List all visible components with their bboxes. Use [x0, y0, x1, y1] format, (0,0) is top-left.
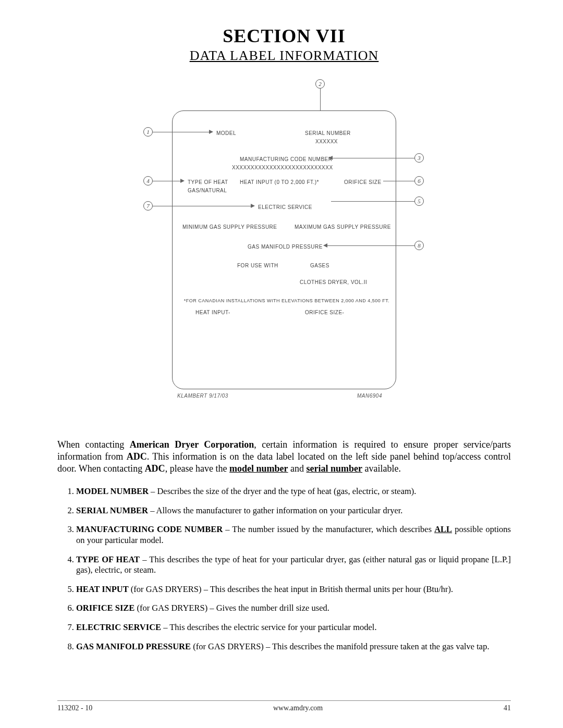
list-item: MODEL NUMBER – Describes the size of the…: [76, 486, 511, 497]
p-text: and: [288, 463, 307, 474]
callout-8: 8: [414, 241, 424, 250]
leader-7: [153, 206, 252, 206]
leader-5: [331, 201, 414, 202]
term: SERIAL NUMBER: [76, 505, 148, 515]
p-text: When contacting: [57, 439, 130, 450]
list-item: ORIFICE SIZE (for GAS DRYERS) – Gives th…: [76, 603, 511, 614]
list-item: HEAT INPUT (for GAS DRYERS) – This descr…: [76, 584, 511, 595]
page-footer: 113202 - 10 www.amdry.com 41: [57, 700, 511, 712]
label-mfg: MANUFACTURING CODE NUMBER: [240, 156, 333, 162]
desc: – This describes the manifold pressure t…: [264, 641, 489, 651]
leader-1: [153, 132, 210, 132]
label-mfg-x: XXXXXXXXXXXXXXXXXXXXXXXXXXX: [232, 165, 333, 170]
footer-right: 41: [504, 704, 511, 712]
desc: – Allows the manufacturer to gather info…: [148, 505, 402, 515]
desc: – The number issued by the manufacturer,…: [223, 524, 434, 534]
term: MANUFACTURING CODE NUMBER: [76, 524, 223, 534]
definitions-list: MODEL NUMBER – Describes the size of the…: [57, 486, 511, 652]
data-plate: [172, 110, 396, 389]
label-type-of-heat: TYPE OF HEAT: [188, 179, 228, 185]
qual: (for GAS DRYERS): [129, 584, 202, 594]
callout-6: 6: [414, 176, 424, 186]
term: TYPE OF HEAT: [76, 554, 140, 564]
qual: (for GAS DRYERS): [134, 603, 207, 613]
term: ELECTRIC SERVICE: [76, 622, 161, 632]
label-heat-input-2: HEAT INPUT-: [195, 310, 230, 315]
arrow-right-icon: [209, 130, 213, 134]
section-subtitle: DATA LABEL INFORMATION: [57, 48, 511, 64]
leader-3: [332, 158, 414, 158]
intro-paragraph: When contacting American Dryer Corporati…: [57, 439, 511, 475]
label-orifice-2: ORIFICE SIZE-: [305, 310, 344, 315]
p-text: , please have the: [165, 463, 229, 474]
label-serial: SERIAL NUMBER: [305, 130, 351, 136]
label-canada: *FOR CANADIAN INSTALLATIONS WITH ELEVATI…: [180, 298, 394, 303]
list-item: SERIAL NUMBER – Allows the manufacturer …: [76, 505, 511, 516]
arrow-right-icon: [180, 179, 185, 183]
desc: – This describes the electric service fo…: [161, 622, 376, 632]
p-bold: ADC: [145, 463, 165, 474]
diagram-foot-left: KLAMBERT 9/17/03: [177, 393, 228, 399]
qual: (for GAS DRYERS): [191, 641, 264, 651]
label-heat-input: HEAT INPUT (0 TO 2,000 FT.)*: [240, 179, 319, 185]
arrow-right-icon: [251, 204, 255, 208]
callout-4: 4: [143, 176, 153, 186]
p-text: available.: [362, 463, 401, 474]
label-electric: ELECTRIC SERVICE: [258, 204, 312, 210]
data-label-diagram: 2 MODEL SERIAL NUMBER XXXXXX 1 MANUFACTU…: [138, 79, 430, 413]
desc: – This describes the type of heat for yo…: [76, 554, 511, 575]
leader-4: [153, 181, 181, 181]
desc: – This describes the heat input in Briti…: [202, 584, 454, 594]
list-item: MANUFACTURING CODE NUMBER – The number i…: [76, 524, 511, 546]
arrow-left-icon: [323, 243, 327, 248]
section-title: SECTION VII: [57, 25, 511, 47]
label-min-gas: MINIMUM GAS SUPPLY PRESSURE: [182, 224, 277, 230]
p-bold: ADC: [127, 451, 147, 462]
callout-2: 2: [315, 79, 325, 89]
list-item: GAS MANIFOLD PRESSURE (for GAS DRYERS) –…: [76, 641, 511, 652]
desc-underline: ALL: [434, 524, 452, 534]
arrow-left-icon: [328, 156, 333, 160]
list-item: TYPE OF HEAT – This describes the type o…: [76, 554, 511, 576]
label-manifold: GAS MANIFOLD PRESSURE: [248, 244, 323, 250]
label-orifice: ORIFICE SIZE: [344, 179, 382, 185]
desc: – Describes the size of the dryer and th…: [149, 486, 417, 496]
callout-5: 5: [414, 196, 424, 206]
p-bold: American Dryer Corporation: [130, 439, 254, 450]
label-clothes: CLOTHES DRYER, VOL.II: [300, 279, 367, 285]
list-item: ELECTRIC SERVICE – This describes the el…: [76, 622, 511, 633]
term: HEAT INPUT: [76, 584, 129, 594]
label-model: MODEL: [216, 130, 236, 136]
p-ub: model number: [229, 463, 288, 474]
footer-center: www.amdry.com: [273, 704, 323, 712]
term: MODEL NUMBER: [76, 486, 149, 496]
term: GAS MANIFOLD PRESSURE: [76, 641, 191, 651]
label-gases: GASES: [310, 263, 329, 268]
desc: – Gives the number drill size used.: [207, 603, 329, 613]
callout-3: 3: [414, 153, 424, 163]
label-for-use: FOR USE WITH: [237, 263, 278, 268]
leader-8: [327, 245, 414, 246]
label-gas-natural: GAS/NATURAL: [188, 188, 227, 193]
footer-left: 113202 - 10: [57, 704, 92, 712]
p-ub: serial number: [307, 463, 363, 474]
diagram-foot-right: MAN6904: [357, 393, 382, 399]
leader-6: [383, 181, 414, 181]
label-serial-x: XXXXXX: [315, 139, 338, 144]
term: ORIFICE SIZE: [76, 603, 134, 613]
label-max-gas: MAXIMUM GAS SUPPLY PRESSURE: [295, 224, 391, 230]
callout-7: 7: [143, 201, 153, 211]
callout-1: 1: [143, 127, 153, 137]
